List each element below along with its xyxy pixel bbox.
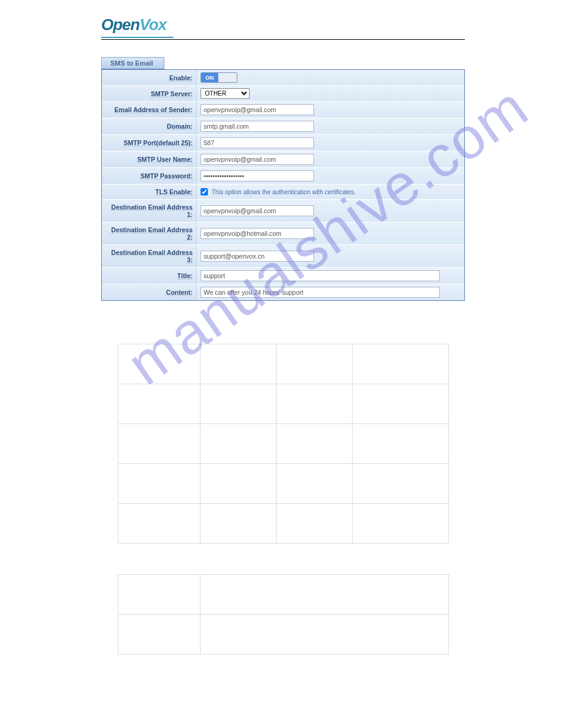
table-cell [353, 424, 448, 464]
table-cell [118, 464, 201, 504]
logo-underline [101, 37, 174, 38]
table-cell [353, 384, 448, 424]
table-cell [118, 344, 201, 384]
label-smtp-server: SMTP Server: [151, 90, 193, 97]
smtp-port-input[interactable] [201, 137, 314, 148]
dest-email-2-input[interactable] [201, 228, 314, 239]
table-cell [277, 504, 353, 544]
settings-form: Enable: ON SMTP Server: OTHER Email Addr… [101, 69, 465, 301]
table-cell [277, 384, 353, 424]
dest-email-1-input[interactable] [201, 205, 314, 216]
placeholder-table-1 [118, 344, 449, 544]
table-cell [201, 344, 277, 384]
table-cell [201, 464, 277, 504]
table-cell [118, 575, 201, 615]
label-title: Title: [177, 272, 193, 279]
toggle-off-blank [218, 73, 237, 82]
dest-email-3-input[interactable] [201, 251, 314, 262]
label-domain: Domain: [167, 123, 193, 130]
table-cell [118, 384, 201, 424]
table-cell [118, 615, 201, 654]
table-cell [277, 344, 353, 384]
content-input[interactable] [201, 287, 440, 298]
table-cell [201, 504, 277, 544]
label-content: Content: [166, 289, 193, 296]
label-port: SMTP Port(default 25): [124, 139, 193, 146]
toggle-on-label: ON [201, 73, 218, 82]
smtp-password-input[interactable] [201, 170, 314, 181]
table-cell [201, 424, 277, 464]
placeholder-table-2 [118, 574, 449, 654]
table-cell [201, 615, 448, 654]
tab-sms-to-email[interactable]: SMS to Email [101, 57, 164, 69]
table-cell [201, 384, 277, 424]
logo: OpenVox [101, 15, 465, 38]
logo-text-vox: Vox [139, 15, 166, 34]
label-password: SMTP Password: [140, 172, 193, 180]
label-user: SMTP User Name: [137, 156, 193, 163]
table-cell [353, 464, 448, 504]
table-cell [277, 424, 353, 464]
enable-toggle[interactable]: ON [201, 72, 237, 83]
smtp-server-select[interactable]: OTHER [201, 88, 250, 99]
logo-text-open: Open [101, 15, 139, 34]
table-cell [353, 504, 448, 544]
header-divider [101, 39, 465, 40]
label-tls: TLS Enable: [155, 188, 193, 195]
table-cell [201, 575, 448, 615]
smtp-user-input[interactable] [201, 154, 314, 165]
sender-email-input[interactable] [201, 104, 314, 115]
title-input[interactable] [201, 270, 440, 281]
table-cell [277, 464, 353, 504]
table-cell [118, 424, 201, 464]
tls-note: This option allows the authentication wi… [212, 189, 356, 195]
table-cell [118, 504, 201, 544]
domain-input[interactable] [201, 121, 314, 132]
tls-enable-checkbox[interactable] [201, 188, 208, 195]
label-sender: Email Address of Sender: [115, 106, 193, 113]
label-dest2: Destination Email Address 2: [104, 226, 193, 241]
label-enable: Enable: [169, 74, 193, 82]
table-cell [353, 344, 448, 384]
label-dest3: Destination Email Address 3: [104, 249, 193, 264]
label-dest1: Destination Email Address 1: [104, 203, 193, 218]
